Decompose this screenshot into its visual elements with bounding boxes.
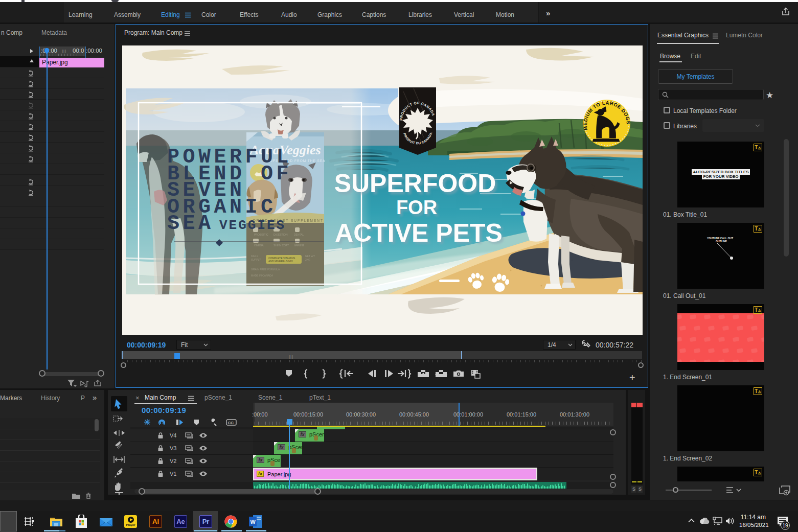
svg-text:SUPERFOOD: SUPERFOOD [334, 169, 496, 198]
svg-text:OMEGA: OMEGA [254, 244, 264, 247]
svg-text:OUTLINE: OUTLINE [716, 240, 727, 243]
svg-text:DENTAL: DENTAL [294, 233, 304, 236]
svg-text:VEGGIES: VEGGIES [219, 218, 286, 233]
svg-text:CC: CC [228, 421, 234, 425]
svg-text:DIGESTION: DIGESTION [273, 233, 288, 236]
svg-text:ACTIVE PETS: ACTIVE PETS [335, 219, 503, 247]
svg-text:PROBIOTIC: PROBIOTIC [254, 233, 268, 236]
svg-text:GRAIN FREE FORMULA: GRAIN FREE FORMULA [251, 268, 280, 271]
svg-text:MADE IN CANADA: MADE IN CANADA [251, 274, 273, 277]
svg-text:AND MINERALS MIX: AND MINERALS MIX [268, 260, 293, 263]
svg-text:DAILY: DAILY [251, 255, 259, 258]
svg-text:SEA: SEA [167, 212, 214, 235]
svg-text:NET WT: NET WT [305, 255, 315, 258]
svg-text:W: W [250, 519, 256, 525]
svg-text:SUPPLY: SUPPLY [251, 258, 261, 261]
svg-text:2KG: 2KG [305, 258, 310, 261]
svg-text:SHINY COAT: SHINY COAT [273, 244, 289, 247]
svg-text:FOR: FOR [396, 197, 437, 218]
svg-text:IMMUNE: IMMUNE [294, 244, 305, 247]
